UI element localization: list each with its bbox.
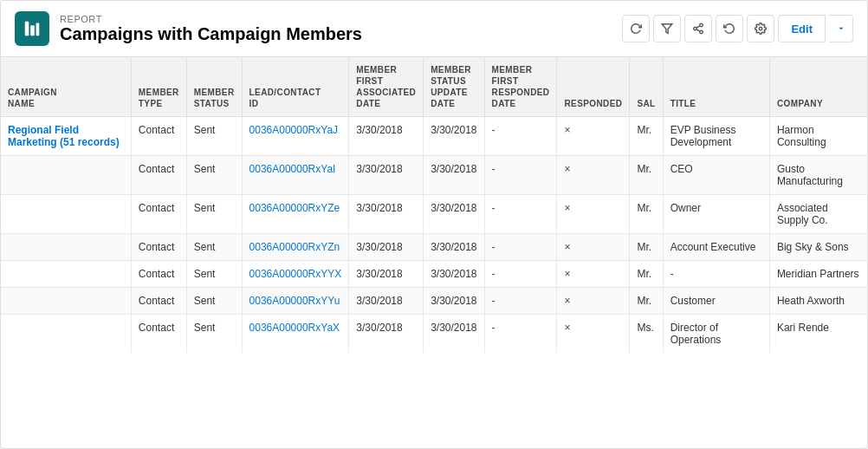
lead-contact-id-cell[interactable]: 0036A00000RxYaX bbox=[242, 315, 349, 354]
title-cell: - bbox=[663, 261, 769, 288]
member-status-update-date-cell: 3/30/2018 bbox=[424, 261, 484, 288]
sal-cell: Mr. bbox=[630, 156, 663, 195]
member-status-cell: Sent bbox=[186, 234, 242, 261]
table-row: ContactSent0036A00000RxYYu3/30/20183/30/… bbox=[1, 288, 867, 315]
report-table: CAMPAIGNNAME MEMBERTYPE MEMBERSTATUS LEA… bbox=[1, 57, 867, 353]
svg-rect-0 bbox=[25, 22, 29, 36]
member-first-associated-date-cell: 3/30/2018 bbox=[349, 156, 424, 195]
member-first-associated-date-cell: 3/30/2018 bbox=[349, 234, 424, 261]
campaign-name-cell bbox=[1, 156, 131, 195]
company-cell: Meridian Partners bbox=[769, 261, 867, 288]
company-cell: Kari Rende bbox=[769, 315, 867, 354]
responded-cell: × bbox=[557, 234, 630, 261]
report-icon bbox=[15, 11, 49, 46]
member-first-associated-date-cell: 3/30/2018 bbox=[349, 315, 424, 354]
col-title: TITLE bbox=[663, 57, 769, 117]
lead-contact-id-cell[interactable]: 0036A00000RxYaJ bbox=[242, 117, 349, 156]
edit-button[interactable]: Edit bbox=[778, 15, 826, 42]
member-first-responded-date-cell: - bbox=[484, 195, 557, 234]
col-responded: RESPONDED bbox=[557, 57, 630, 117]
main-window: REPORT Campaigns with Campaign Members bbox=[0, 0, 868, 449]
member-first-associated-date-cell: 3/30/2018 bbox=[349, 288, 424, 315]
col-lead-contact-id: LEAD/CONTACTID bbox=[242, 57, 349, 117]
filter-button[interactable] bbox=[653, 15, 681, 42]
table-container: CAMPAIGNNAME MEMBERTYPE MEMBERSTATUS LEA… bbox=[1, 57, 867, 448]
responded-cell: × bbox=[557, 195, 630, 234]
member-first-responded-date-cell: - bbox=[484, 156, 557, 195]
svg-rect-1 bbox=[30, 25, 35, 36]
member-first-responded-date-cell: - bbox=[484, 234, 557, 261]
responded-cell: × bbox=[557, 288, 630, 315]
member-type-cell: Contact bbox=[131, 288, 186, 315]
table-row: ContactSent0036A00000RxYYX3/30/20183/30/… bbox=[1, 261, 867, 288]
sal-cell: Mr. bbox=[630, 261, 663, 288]
col-member-status-update-date: MEMBERSTATUSUPDATEDATE bbox=[424, 57, 484, 117]
title-cell: Owner bbox=[663, 195, 769, 234]
title-cell: Director of Operations bbox=[663, 315, 769, 354]
member-type-cell: Contact bbox=[131, 195, 186, 234]
member-status-cell: Sent bbox=[186, 117, 242, 156]
member-first-associated-date-cell: 3/30/2018 bbox=[349, 261, 424, 288]
member-status-update-date-cell: 3/30/2018 bbox=[424, 117, 484, 156]
share-button[interactable] bbox=[684, 15, 712, 42]
table-row: ContactSent0036A00000RxYaX3/30/20183/30/… bbox=[1, 315, 867, 354]
header-text: REPORT Campaigns with Campaign Members bbox=[60, 14, 622, 44]
lead-contact-id-cell[interactable]: 0036A00000RxYYu bbox=[242, 288, 349, 315]
member-first-associated-date-cell: 3/30/2018 bbox=[349, 195, 424, 234]
lead-contact-id-cell[interactable]: 0036A00000RxYZn bbox=[242, 234, 349, 261]
sal-cell: Mr. bbox=[630, 195, 663, 234]
table-row: Regional Field Marketing (51 records)Con… bbox=[1, 117, 867, 156]
member-type-cell: Contact bbox=[131, 117, 186, 156]
member-first-responded-date-cell: - bbox=[484, 117, 557, 156]
member-status-cell: Sent bbox=[186, 315, 242, 354]
col-company: COMPANY bbox=[769, 57, 867, 117]
col-sal: SAL bbox=[630, 57, 663, 117]
member-status-cell: Sent bbox=[186, 195, 242, 234]
table-body: Regional Field Marketing (51 records)Con… bbox=[1, 117, 867, 354]
col-campaign-name: CAMPAIGNNAME bbox=[1, 57, 131, 117]
company-cell: Gusto Manufacturing bbox=[769, 156, 867, 195]
responded-cell: × bbox=[557, 156, 630, 195]
member-status-update-date-cell: 3/30/2018 bbox=[424, 234, 484, 261]
header: REPORT Campaigns with Campaign Members bbox=[1, 1, 867, 57]
member-type-cell: Contact bbox=[131, 234, 186, 261]
col-member-first-responded-date: MEMBERFIRSTRESPONDEDDATE bbox=[484, 57, 557, 117]
member-status-update-date-cell: 3/30/2018 bbox=[424, 156, 484, 195]
table-row: ContactSent0036A00000RxYZe3/30/20183/30/… bbox=[1, 195, 867, 234]
col-member-type: MEMBERTYPE bbox=[131, 57, 186, 117]
title-cell: Account Executive bbox=[663, 234, 769, 261]
responded-cell: × bbox=[557, 315, 630, 354]
report-label: REPORT bbox=[60, 14, 622, 24]
lead-contact-id-cell[interactable]: 0036A00000RxYZe bbox=[242, 195, 349, 234]
table-header: CAMPAIGNNAME MEMBERTYPE MEMBERSTATUS LEA… bbox=[1, 57, 867, 117]
member-first-associated-date-cell: 3/30/2018 bbox=[349, 117, 424, 156]
svg-line-8 bbox=[696, 26, 700, 28]
member-status-cell: Sent bbox=[186, 288, 242, 315]
lead-contact-id-cell[interactable]: 0036A00000RxYYX bbox=[242, 261, 349, 288]
table-row: ContactSent0036A00000RxYZn3/30/20183/30/… bbox=[1, 234, 867, 261]
member-status-update-date-cell: 3/30/2018 bbox=[424, 288, 484, 315]
settings-button[interactable] bbox=[747, 15, 774, 42]
svg-point-5 bbox=[694, 27, 697, 30]
member-type-cell: Contact bbox=[131, 315, 186, 354]
company-cell: Associated Supply Co. bbox=[769, 195, 867, 234]
responded-cell: × bbox=[557, 261, 630, 288]
member-first-responded-date-cell: - bbox=[484, 315, 557, 354]
reload-button[interactable] bbox=[716, 15, 743, 42]
lead-contact-id-cell[interactable]: 0036A00000RxYaI bbox=[242, 156, 349, 195]
member-first-responded-date-cell: - bbox=[484, 288, 557, 315]
member-type-cell: Contact bbox=[131, 156, 186, 195]
company-cell: Heath Axworth bbox=[769, 288, 867, 315]
svg-line-7 bbox=[696, 29, 700, 31]
responded-cell: × bbox=[557, 117, 630, 156]
header-actions: Edit bbox=[622, 15, 853, 42]
campaign-name-cell bbox=[1, 234, 131, 261]
edit-dropdown-button[interactable] bbox=[829, 15, 853, 42]
refresh-button[interactable] bbox=[622, 15, 650, 42]
sal-cell: Mr. bbox=[630, 117, 663, 156]
title-cell: Customer bbox=[663, 288, 769, 315]
svg-point-4 bbox=[700, 23, 703, 27]
company-cell: Big Sky & Sons bbox=[769, 234, 867, 261]
member-status-update-date-cell: 3/30/2018 bbox=[424, 195, 484, 234]
campaign-name-cell[interactable]: Regional Field Marketing (51 records) bbox=[1, 117, 131, 156]
